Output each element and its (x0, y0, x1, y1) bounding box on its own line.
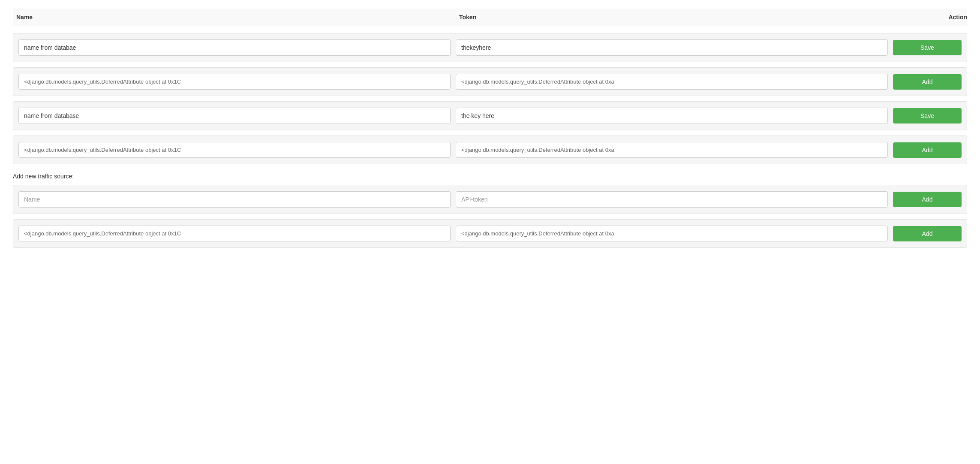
new-token-input[interactable] (456, 191, 888, 208)
name-field-container (18, 226, 451, 241)
row-inner: Add (18, 74, 962, 90)
token-field-container (456, 39, 888, 56)
table-header: Name Token Action (13, 9, 967, 26)
name-field-container (18, 39, 451, 56)
add-button-4[interactable]: Add (893, 142, 962, 158)
new-name-field-container (18, 191, 451, 208)
name-field-container (18, 74, 451, 90)
table-row: Add (13, 67, 967, 96)
row-inner: Save (18, 108, 962, 124)
page-container: Name Token Action Save Add (0, 0, 980, 464)
section-label: Add new traffic source: (13, 173, 967, 180)
row-inner: Save (18, 39, 962, 56)
name-input-1[interactable] (18, 39, 451, 56)
new-add-button[interactable]: Add (893, 192, 962, 207)
token-input-3[interactable] (456, 108, 888, 124)
new-row: Add (13, 185, 967, 214)
name-field-container (18, 142, 451, 158)
table-row: Add (13, 219, 967, 248)
token-field-container (456, 142, 888, 158)
new-token-field-container (456, 191, 888, 208)
token-input-4[interactable] (456, 142, 888, 158)
token-input-1[interactable] (456, 39, 888, 56)
table-row: Save (13, 33, 967, 62)
row-inner: Add (18, 142, 962, 158)
name-input-2[interactable] (18, 74, 451, 90)
table-row: Add (13, 136, 967, 164)
new-name-input[interactable] (18, 191, 451, 208)
save-button-3[interactable]: Save (893, 108, 962, 124)
row-inner: Add (18, 191, 962, 208)
token-field-container (456, 74, 888, 90)
table-row: Save (13, 101, 967, 130)
column-header-token: Token (456, 14, 899, 21)
save-button-1[interactable]: Save (893, 40, 962, 55)
name-input-4[interactable] (18, 142, 451, 158)
token-field-container (456, 226, 888, 241)
name-input-3[interactable] (18, 108, 451, 124)
row-inner: Add (18, 226, 962, 241)
token-field-container (456, 108, 888, 124)
column-header-name: Name (13, 14, 456, 21)
add-button-2[interactable]: Add (893, 74, 962, 90)
extra-add-button[interactable]: Add (893, 226, 962, 241)
extra-token-input[interactable] (456, 226, 888, 241)
column-header-action: Action (899, 14, 967, 21)
extra-name-input[interactable] (18, 226, 451, 241)
token-input-2[interactable] (456, 74, 888, 90)
name-field-container (18, 108, 451, 124)
